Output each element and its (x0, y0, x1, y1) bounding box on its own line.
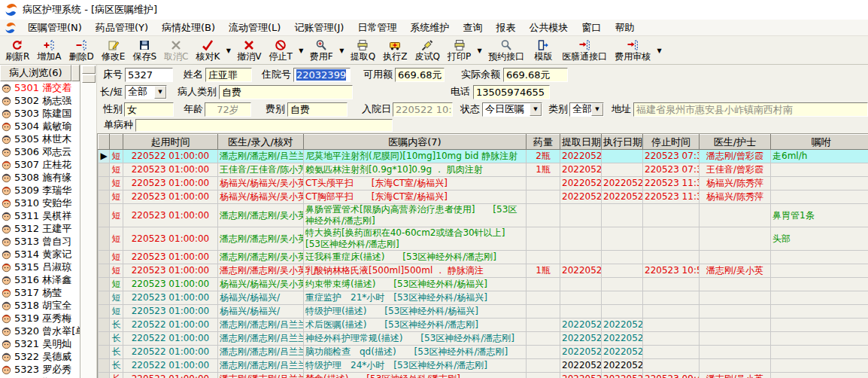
chevron-down-icon[interactable]: ▼ (154, 86, 166, 99)
patient-list-item[interactable]: 5306 邓志云 (0, 145, 80, 158)
patient-list-item[interactable]: 5304 戴敏瑜 (0, 120, 80, 133)
order-cell-exec: 20220523 (602, 319, 643, 332)
menu-item[interactable]: 记账管理(J) (287, 20, 351, 36)
toolbar-button[interactable]: 执行Z (379, 37, 411, 64)
toolbar-button[interactable]: 保存S (129, 37, 160, 64)
admission-no-field[interactable]: 22032399 (293, 68, 351, 82)
patient-list-item[interactable]: 5307 庄桂花 (0, 158, 80, 171)
order-table-row[interactable]: 短220523 01:00:00杨福兴/杨福兴/吴小英CT头颅平扫 [东海CT室… (99, 177, 868, 191)
order-cell-dosage (527, 373, 560, 378)
admit-date-field[interactable]: 220522 10:41 (393, 102, 453, 117)
patient-list-item[interactable]: 5301 潘交着 (0, 81, 80, 94)
order-table-row[interactable]: 短220523 01:00:00潘志刚/潘志刚/吴小英鼻肠管置管术[限肠内高营养… (99, 204, 868, 227)
patient-list-item[interactable]: 5318 胡宝全 (0, 299, 80, 312)
status-combobox[interactable]: 今日医嘱▼ (482, 102, 542, 117)
order-table-row[interactable]: 短220523 01:00:00杨福兴/杨福兴/吴小英CT胸部平扫 [东海CT室… (99, 191, 868, 204)
order-table-row[interactable]: ▶短220522 01:00:00潘志刚/潘志刚/吕兰兰尼莫地平注射剂(尼膜同)… (99, 150, 868, 163)
order-table-row[interactable]: 长220522 01:00:00潘志刚/潘志刚/吕兰兰特级护理 24*小时 [5… (99, 359, 868, 373)
splitter-collapse-button-top[interactable] (82, 66, 96, 74)
order-table-row[interactable]: 长220522 01:00:00潘志刚/潘志刚/吕兰兰禁食(描述) [53区神经… (99, 373, 868, 378)
toolbar-dropdown-arrow-icon[interactable]: ▼ (337, 37, 347, 64)
phone-field[interactable]: 13505974655 (473, 85, 550, 99)
toolbar-button[interactable]: 皮试Q (411, 37, 443, 64)
menu-item[interactable]: 系统维护 (403, 20, 456, 36)
order-table-row[interactable]: 短220523 01:00:00王佳音/王佳音/陈小芳赖氨匹林注射剂[0.9g*… (99, 163, 868, 177)
name-field[interactable]: 庄亚罪 (205, 68, 252, 82)
patient-list-item[interactable]: 5312 王建平 (0, 222, 80, 235)
toolbar-dropdown-arrow-icon[interactable]: ▼ (223, 37, 233, 64)
menu-item[interactable]: 查询 (456, 20, 489, 36)
splitter-collapse-button-bottom[interactable] (82, 75, 96, 83)
patient-list-item[interactable]: 5302 杨志强 (0, 94, 80, 107)
patient-list-item[interactable]: 5322 吴德威 (0, 350, 80, 363)
menu-item[interactable]: 病情处理(B) (155, 20, 222, 36)
menu-item[interactable]: 流动管理(L) (222, 20, 287, 36)
menu-item[interactable]: 日常管理 (351, 20, 403, 36)
order-table-row[interactable]: 短220523 01:00:00杨福兴/杨福兴/吴小英约束带束缚(描述) [53… (99, 278, 868, 291)
long-short-combobox[interactable]: 全部▼ (125, 85, 167, 99)
patient-list-item[interactable]: 5315 吕淑琼 (0, 261, 80, 273)
patient-list-item[interactable]: 5320 曾水举[单] (0, 325, 80, 337)
address-field[interactable]: 福建省泉州市惠安县小岞镇南西村南 (633, 102, 868, 117)
order-table-row[interactable]: 短220523 01:00:00杨福兴/杨福兴/重症监护 21*小时 [53区神… (99, 291, 868, 305)
toolbar-dropdown-arrow-icon[interactable]: ▼ (296, 37, 306, 64)
patient-list-item[interactable]: 5319 巫秀梅 (0, 312, 80, 325)
patient-list-item[interactable]: 5313 曾自习 (0, 235, 80, 248)
patient-list-item[interactable]: 5311 吴棋祥 (0, 209, 80, 222)
toolbar-button[interactable]: 打印P (444, 37, 475, 64)
order-table-row[interactable]: 短220523 01:00:00潘志刚/潘志刚/吴小英迁我科重症床(描述) [5… (99, 251, 868, 264)
toolbar-dropdown-arrow-icon[interactable]: ▼ (654, 37, 664, 64)
toolbar-button[interactable]: 费用F (306, 37, 337, 64)
patient-list-item[interactable]: 5310 安贻华 (0, 197, 80, 209)
order-table-row[interactable]: 长220522 01:00:00潘志刚/潘志刚/吕兰兰术后医嘱(描述) [53区… (99, 319, 868, 332)
order-table-row[interactable]: 短220523 01:00:00潘志刚/潘志刚/吴小英乳酸钠林格氏液[500ml… (99, 264, 868, 278)
patient-list-item[interactable]: 5308 施有缘 (0, 171, 80, 184)
sidebar-corner-button[interactable] (71, 65, 80, 81)
patient-list-item[interactable]: 5316 林泽鑫 (0, 273, 80, 286)
patient-list-item[interactable]: 5323 罗必秀 (0, 363, 80, 376)
patient-list-item[interactable]: 5314 黄家记 (0, 248, 80, 261)
male-patient-icon (1, 351, 12, 362)
toolbar-button[interactable]: 模版 (528, 37, 558, 64)
toolbar-button[interactable]: 提取Q (347, 37, 379, 64)
age-field[interactable]: 72岁 (205, 102, 251, 117)
gender-field[interactable]: 女 (124, 102, 174, 117)
menu-item[interactable]: 医嘱管理(N) (21, 20, 89, 36)
order-table-row[interactable]: 长220522 01:00:00潘志刚/潘志刚/吕兰兰脑功能检查 qd(描述) … (99, 346, 868, 359)
patient-list-item[interactable]: 5305 林世木 (0, 133, 80, 145)
toolbar-button[interactable]: 撤消V (233, 37, 265, 64)
order-table-row[interactable]: 长220522 01:00:00潘志刚/潘志刚/吕兰兰神经外科护理常规(描述) … (99, 332, 868, 346)
order-cell-remark: 走6ml/h (771, 150, 868, 163)
chevron-down-icon[interactable]: ▼ (591, 103, 603, 116)
fee-type-field[interactable]: 自费 (287, 102, 348, 117)
bed-no-field[interactable]: 5327 (125, 68, 173, 82)
toolbar-button[interactable]: 删除D (65, 37, 98, 64)
toolbar-button[interactable]: 刷新R (2, 37, 33, 64)
category-combobox[interactable]: 全部▼ (569, 102, 604, 117)
chevron-down-icon[interactable]: ▼ (530, 103, 542, 116)
toolbar-button[interactable]: 增加A (33, 37, 65, 64)
actual-balance-field[interactable]: 669.68元 (503, 68, 568, 82)
toolbar-button[interactable]: 医膳通接口 (558, 37, 611, 64)
patient-list-item[interactable]: 5309 李瑞华 (0, 184, 80, 197)
patient-list-item[interactable]: 5303 陈建国 (0, 107, 80, 120)
patient-list-item[interactable]: 5321 吴明灿 (0, 337, 80, 350)
menu-item[interactable]: 帮助 (608, 20, 641, 36)
patient-type-field[interactable]: 自费 (219, 85, 353, 99)
toolbar-button[interactable]: 预约接口 (484, 37, 528, 64)
patient-list-item[interactable]: 5317 杨莹 (0, 286, 80, 299)
order-table-row[interactable]: 短220523 01:00:00潘志刚/潘志刚/吴小英特大换药[换药面积在40-… (99, 227, 868, 251)
menu-item[interactable]: 窗口 (575, 20, 608, 36)
toolbar-button[interactable]: 核对K (192, 37, 223, 64)
menu-item[interactable]: 公共模块 (522, 20, 575, 36)
toolbar-button[interactable]: 费用审核 (611, 37, 654, 64)
toolbar-dropdown-arrow-icon[interactable]: ▼ (475, 37, 484, 64)
row-marker-cell (99, 305, 110, 319)
single-disease-field[interactable] (135, 119, 393, 132)
order-table-row[interactable]: 短220523 01:00:00杨福兴/杨福兴/特级护理(描述) [53区神经外… (99, 305, 868, 319)
available-field[interactable]: 669.68元 (395, 68, 445, 82)
toolbar-button[interactable]: 修改E (98, 37, 129, 64)
menu-item[interactable]: 报表 (489, 20, 522, 36)
menu-item[interactable]: 药品管理(Y) (89, 20, 155, 36)
toolbar-button[interactable]: 停止T (266, 37, 296, 64)
